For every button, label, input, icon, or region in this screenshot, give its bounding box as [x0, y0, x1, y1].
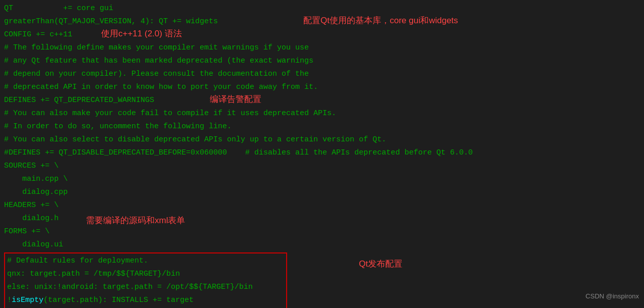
boxed-line-4: !isEmpty(target.path): INSTALLS += targe… [7, 294, 284, 307]
line-2: greaterThan(QT_MAJOR_VERSION, 4): QT += … [4, 15, 640, 28]
line-15: dialog.cpp [4, 186, 640, 199]
boxed-deployment-section: # Default rules for deployment. qnx: tar… [4, 252, 287, 308]
boxed-line-3: else: unix:!android: target.path = /opt/… [7, 281, 284, 294]
line-5: # any Qt feature that has been marked de… [4, 55, 640, 68]
code-editor: QT += core gui greaterThan(QT_MAJOR_VERS… [0, 0, 644, 308]
csdn-watermark: CSDN @inspironx [585, 290, 639, 303]
line-12: #DEFINES += QT_DISABLE_DEPRECATED_BEFORE… [4, 146, 640, 160]
boxed-line-2: qnx: target.path = /tmp/$${TARGET}/bin [7, 268, 284, 281]
line-14: main.cpp \ [4, 173, 640, 186]
boxed-line-1: # Default rules for deployment. [7, 254, 284, 268]
line-18: FORMS += \ [4, 225, 640, 238]
line-10: # In order to do so, uncomment the follo… [4, 120, 640, 133]
line-13: SOURCES += \ [4, 160, 640, 173]
annotation-deploy: Qt发布配置 [359, 258, 402, 271]
line-8: DEFINES += QT_DEPRECATED_WARNINGS [4, 94, 640, 107]
line-11: # You can also select to disable depreca… [4, 133, 640, 146]
line-17: dialog.h [4, 212, 640, 225]
code-lines: QT += core gui greaterThan(QT_MAJOR_VERS… [4, 2, 640, 251]
line-7: # deprecated API in order to know how to… [4, 81, 640, 94]
line-6: # depend on your compiler). Please consu… [4, 68, 640, 81]
isempty-keyword: isEmpty [12, 296, 43, 304]
line-1: QT += core gui [4, 2, 640, 15]
line-9: # You can also make your code fail to co… [4, 107, 640, 120]
line-3: CONFIG += c++11 [4, 28, 640, 41]
line-4: # The following define makes your compil… [4, 41, 640, 55]
line-19: dialog.ui [4, 238, 640, 251]
line-16: HEADERS += \ [4, 199, 640, 212]
